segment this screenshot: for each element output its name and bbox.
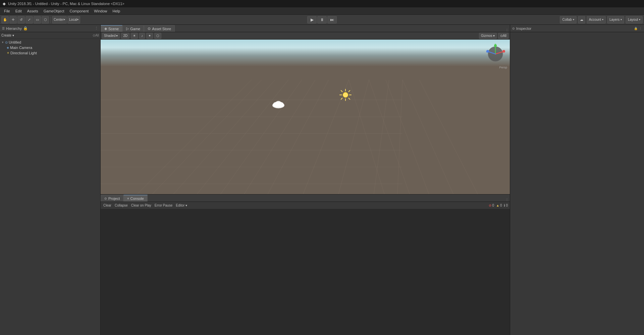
menu-assets[interactable]: Assets [24,8,41,14]
layout-label: Layout [628,18,638,21]
layers-label: Layers [609,18,620,21]
scene-panel-dots[interactable]: ⋮ [505,29,508,32]
svg-text:z: z [486,50,487,53]
2d-toggle[interactable]: 2D [121,33,129,39]
scale-tool-button[interactable]: ⤢ [25,16,33,23]
layers-button[interactable]: Layers ▾ [607,16,624,23]
space-button[interactable]: Local ▾ [67,16,80,23]
scene-gizmo[interactable]: x y z Persp [484,42,507,66]
console-tab-icon: ≡ [127,197,129,200]
play-button[interactable]: ▶ [307,16,317,23]
info-count: 0 [506,204,508,207]
sun-object [339,88,352,102]
lighting-toggle[interactable]: ☀ [131,33,138,39]
directional-light-label: Directional Light [10,51,37,55]
custom-tool-button[interactable]: ⬡ [42,16,49,23]
menu-component[interactable]: Component [67,8,91,14]
scene-viewport[interactable]: x y z Persp [101,40,510,194]
hierarchy-content: ▼ ⊙ Untitled ◈ Main Camera ☀ Directional… [0,39,100,335]
error-badge: ⊘ 0 [489,204,494,207]
move-tool-button[interactable]: ✛ [9,16,17,23]
svg-line-5 [221,80,315,194]
collapse-button[interactable]: Collapse [114,203,128,208]
hierarchy-tab[interactable]: Hierarchy [6,26,22,31]
app-logo: ◆ [3,2,5,6]
shaded-dropdown[interactable]: Shaded ▾ [102,33,120,39]
hand-tool-button[interactable]: ✋ [1,16,9,23]
menu-edit[interactable]: Edit [13,8,24,14]
center-area: ◈ Scene ▷ Game ⊙ Asset Store ⋮ Shaded ▾ … [101,25,510,335]
gizmos-arrow: ▾ [493,34,495,38]
nav-toggle[interactable]: ⬡ [154,33,161,39]
menu-window[interactable]: Window [91,8,110,14]
main-layout: ☰ Hierarchy 🔒 ⋮ Create ▾ ⊙All ▼ ⊙ Untitl… [0,25,644,335]
inspector-lock-icon[interactable]: 🔒 [634,27,638,30]
hierarchy-toolbar: Create ▾ ⊙All [0,32,100,39]
bottom-tabs: ⊙ Project ≡ Console ⋮ [101,194,510,202]
effects-toggle[interactable]: ✦ [146,33,153,39]
pause-button[interactable]: ⏸ [317,16,327,23]
rotate-tool-button[interactable]: ↺ [17,16,25,23]
scene-grid [101,40,510,194]
layout-button[interactable]: Layout ▾ [626,16,643,23]
menu-help[interactable]: Help [110,8,123,14]
pivot-label: Center [54,18,64,21]
hierarchy-search-filter[interactable]: ⊙All [93,34,99,37]
hierarchy-create-button[interactable]: Create ▾ [1,34,14,37]
hierarchy-panel: ☰ Hierarchy 🔒 ⋮ Create ▾ ⊙All ▼ ⊙ Untitl… [0,25,101,335]
collab-arrow-icon: ▾ [573,18,574,21]
inspector-header: ⊙ Inspector 🔒 ⋮ [510,25,644,32]
hierarchy-create-label: Create [1,34,11,37]
scene-icon: ⊙ [5,41,8,44]
pivot-button[interactable]: Center ▾ [52,16,67,23]
game-tab[interactable]: ▷ Game [122,25,144,32]
step-button[interactable]: ⏭ [327,16,337,23]
svg-line-1 [117,80,262,194]
inspector-menu-icon[interactable]: ⋮ [639,27,642,30]
info-badge: ℹ 0 [504,204,508,207]
svg-line-14 [402,80,470,194]
scene-tabs: ◈ Scene ▷ Game ⊙ Asset Store ⋮ [101,25,510,32]
gizmos-dropdown[interactable]: Gizmos ▾ [479,33,497,39]
project-tab-label: Project [108,197,120,201]
editor-dropdown[interactable]: Editor ▾ [175,203,188,208]
hierarchy-header: ☰ Hierarchy 🔒 ⋮ [0,25,100,32]
asset-store-tab[interactable]: ⊙ Asset Store [144,25,175,32]
account-button[interactable]: Account ▾ [587,16,606,23]
hierarchy-lock-icon[interactable]: 🔒 [23,26,28,31]
cloud-svg [272,99,285,109]
console-panel-dots[interactable]: ⋮ [505,198,508,202]
scene-tab[interactable]: ◈ Scene [101,25,122,32]
sun-svg [339,89,352,101]
hierarchy-object-directional-light[interactable]: ☀ Directional Light [0,50,100,56]
hierarchy-scene-row[interactable]: ▼ ⊙ Untitled [0,40,100,45]
error-badge-icon: ⊘ [489,204,491,207]
warn-badge-icon: ▲ [496,204,499,207]
svg-line-15 [419,80,496,194]
error-pause-button[interactable]: Error Pause [154,203,173,208]
hierarchy-object-main-camera[interactable]: ◈ Main Camera [0,45,100,50]
cloud-object [272,99,285,110]
clear-on-play-button[interactable]: Clear on Play [130,203,152,208]
all-filter-dropdown[interactable]: ⊙All [498,33,508,39]
rect-tool-button[interactable]: ▭ [34,16,41,23]
svg-text:y: y [495,43,496,46]
warn-badge: ▲ 0 [496,204,502,207]
scene-tab-icon: ◈ [104,26,107,31]
audio-toggle[interactable]: ♪ [139,33,145,39]
console-tab[interactable]: ≡ Console [123,195,148,202]
play-controls: ▶ ⏸ ⏭ [307,16,337,23]
clear-button[interactable]: Clear [103,203,112,208]
console-tab-label: Console [130,197,144,201]
svg-line-12 [369,80,423,194]
menu-file[interactable]: File [1,8,13,14]
transform-tools: ✋ ✛ ↺ ⤢ ▭ ⬡ [1,16,49,23]
hierarchy-menu-icon[interactable]: ⋮ [95,26,98,31]
hierarchy-tab-icon: ☰ [2,27,5,30]
menu-gameobject[interactable]: GameObject [41,8,67,14]
space-label: Local [69,18,77,21]
cloud-button[interactable]: ☁ [578,16,585,23]
collab-button[interactable]: Collab ▾ [560,16,576,23]
project-tab[interactable]: ⊙ Project [101,195,123,202]
game-tab-icon: ▷ [126,26,129,31]
